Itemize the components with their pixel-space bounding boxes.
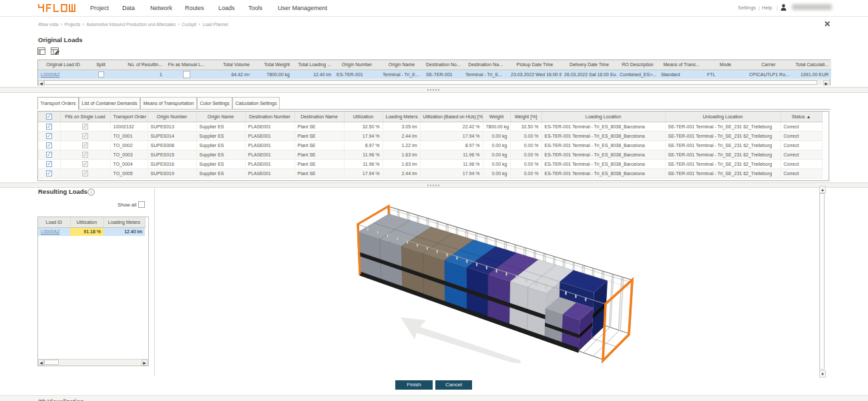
svg-text:i: i [90, 189, 91, 195]
